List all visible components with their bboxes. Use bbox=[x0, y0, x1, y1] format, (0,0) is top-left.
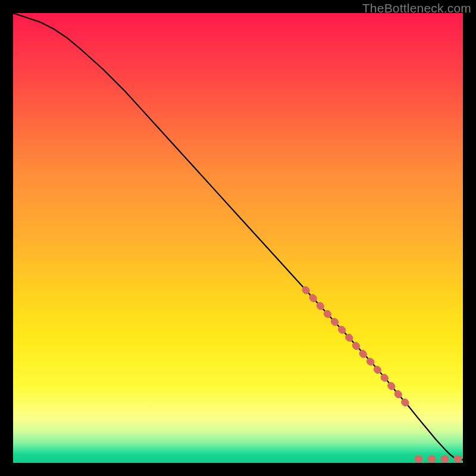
chart-frame: TheBottleneck.com bbox=[0, 0, 476, 476]
chart-svg bbox=[13, 13, 463, 463]
plot-area bbox=[13, 13, 463, 463]
dots-upper-series bbox=[305, 290, 409, 407]
dots-upper-path bbox=[305, 290, 409, 407]
